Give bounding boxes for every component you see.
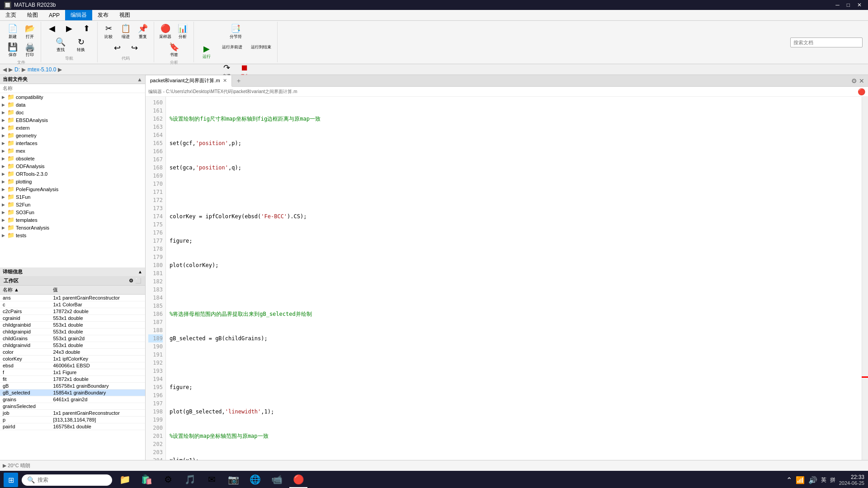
taskbar-app-store[interactable]: 🛍️ — [137, 472, 156, 488]
taskbar-app-matlab[interactable]: 🔴 — [289, 472, 307, 488]
new-button[interactable]: 📄 新建 — [5, 23, 21, 41]
redo-button[interactable]: ↪ — [126, 42, 142, 55]
var-row-gb[interactable]: gB 165758x1 grainBoundary — [0, 383, 145, 389]
tree-item-tensoranalysis[interactable]: ▶ 📁 TensorAnalysis — [0, 224, 145, 231]
tree-item-extern[interactable]: ▶ 📁 extern — [0, 124, 145, 131]
menu-home[interactable]: 主页 — [0, 10, 22, 20]
copy-button[interactable]: 📋缩进 — [118, 23, 134, 41]
taskbar-app-explorer[interactable]: 📁 — [116, 472, 134, 488]
tree-item-s2fun[interactable]: ▶ 📁 S2Fun — [0, 201, 145, 208]
var-row-childgrainpid[interactable]: childgrainpid 553x1 double — [0, 328, 145, 335]
var-row-c[interactable]: c 1x1 ColorBar — [0, 301, 145, 308]
tray-up-icon[interactable]: ⌃ — [786, 476, 792, 484]
new-tab-button[interactable]: ＋ — [232, 77, 245, 85]
detail-toggle-icon[interactable]: ▲ — [138, 269, 142, 274]
forward-button[interactable]: ▶ — [61, 23, 77, 35]
file-panel-collapse[interactable]: ▲ — [137, 76, 142, 83]
tray-network-icon[interactable]: 📶 — [796, 476, 805, 484]
menu-editor[interactable]: 编辑器 — [65, 10, 92, 20]
taskbar-app-video[interactable]: 📹 — [268, 472, 286, 488]
var-row-f[interactable]: f 1x1 Figure — [0, 369, 145, 376]
var-row-childgrainbid[interactable]: childgrainbid 553x1 double — [0, 322, 145, 328]
tray-lang-en[interactable]: 英 — [821, 476, 826, 484]
up-button[interactable]: ⬆ — [78, 23, 94, 35]
tree-item-geometry[interactable]: ▶ 📁 geometry — [0, 131, 145, 139]
var-row-ebsd[interactable]: ebsd 460066x1 EBSD — [0, 362, 145, 369]
var-row-cgrainid[interactable]: cgrainid 553x1 double — [0, 315, 145, 322]
code-editor[interactable]: %设置绘制的fig尺寸和map坐标轴到fig边框距离与原map一致 set(gc… — [166, 97, 862, 460]
minimize-button[interactable]: ─ — [833, 2, 842, 8]
var-row-gb-selected[interactable]: gB_selected 15854x1 grainBoundary — [0, 389, 145, 396]
run-button[interactable]: ▶ 运行 — [197, 43, 217, 61]
cut-button[interactable]: ✂比较 — [100, 23, 117, 41]
var-row-p[interactable]: p [313,138,1164,789] — [0, 417, 145, 423]
menu-view[interactable]: 视图 — [114, 10, 136, 20]
editor-settings-icon[interactable]: ⚙ — [851, 77, 857, 84]
editor-tab-main[interactable]: packet和variant之间界面计算.m ✕ — [146, 75, 232, 87]
tree-item-doc[interactable]: ▶ 📁 doc — [0, 108, 145, 116]
tree-item-ortools[interactable]: ▶ 📁 ORTools-2.3.0 — [0, 170, 145, 178]
doc-search-input[interactable] — [790, 38, 863, 47]
tree-item-obsolete[interactable]: ▶ 📁 obsolete — [0, 155, 145, 162]
var-row-job[interactable]: job 1x1 parentGrainReconstructor — [0, 410, 145, 417]
run-advance-button[interactable]: 运行并前进 — [218, 43, 245, 61]
taskbar-app-edge[interactable]: 🌐 — [246, 472, 264, 488]
open-button[interactable]: 📂 打开 — [22, 23, 38, 41]
tree-item-interfaces[interactable]: ▶ 📁 interfaces — [0, 139, 145, 147]
workspace-expand-icon[interactable]: ⬜ — [135, 278, 142, 284]
find-button[interactable]: 🔍 查找 — [49, 36, 72, 55]
workspace-settings-icon[interactable]: ⚙ — [129, 278, 133, 284]
tree-item-tests[interactable]: ▶ 📁 tests — [0, 231, 145, 239]
tree-item-polefigure[interactable]: ▶ 📁 PoleFigureAnalysis — [0, 185, 145, 193]
tree-item-plotting[interactable]: ▶ 📁 plotting — [0, 178, 145, 185]
taskbar-app-settings[interactable]: ⚙ — [159, 472, 177, 488]
run-to-end-button[interactable]: 运行到结束 — [247, 43, 274, 61]
var-row-childgrainvid[interactable]: childgrainvid 553x1 double — [0, 342, 145, 349]
undo-button[interactable]: ↩ — [109, 42, 125, 55]
tree-item-so3fun[interactable]: ▶ 📁 SO3Fun — [0, 208, 145, 216]
path-d-segment[interactable]: D: — [14, 66, 20, 73]
var-row-fit[interactable]: fit 17872x1 double — [0, 376, 145, 383]
editor-close-icon[interactable]: ✕ — [859, 77, 864, 84]
save-button[interactable]: 💾 保存 — [5, 41, 21, 60]
tray-sound-icon[interactable]: 🔊 — [808, 476, 817, 484]
path-back-icon[interactable]: ◀ — [3, 66, 7, 73]
detail-header[interactable]: 详细信息 ▲ — [0, 267, 145, 276]
tree-item-ebsdanalysis[interactable]: ▶ 📁 EBSDAnalysis — [0, 116, 145, 124]
taskbar-app-music[interactable]: 🎵 — [181, 472, 199, 488]
close-button[interactable]: ✕ — [854, 2, 864, 8]
bookmark-button[interactable]: 🔖书签 — [166, 41, 182, 60]
tree-item-mex[interactable]: ▶ 📁 mex — [0, 147, 145, 155]
menu-publish[interactable]: 发布 — [92, 10, 114, 20]
section-button[interactable]: 📑 分节符 — [226, 23, 245, 41]
var-row-grains[interactable]: grains 6461x1 grain2d — [0, 396, 145, 403]
maximize-button[interactable]: □ — [844, 2, 853, 8]
system-clock[interactable]: 22:33 2024-06-25 — [839, 474, 864, 486]
taskbar-app-camera[interactable]: 📷 — [224, 472, 242, 488]
scroll-markers[interactable] — [862, 97, 868, 460]
var-row-childgrains[interactable]: childGrains 553x1 grain2d — [0, 335, 145, 342]
tree-item-odfanalysis[interactable]: ▶ 📁 ODFAnalysis — [0, 162, 145, 170]
tab-close-icon[interactable]: ✕ — [223, 78, 227, 84]
breakpoint-button[interactable]: 🔴采样器 — [157, 23, 174, 41]
tray-lang-pinyin[interactable]: 拼 — [830, 476, 835, 484]
back-button[interactable]: ◀ — [44, 23, 60, 35]
var-row-grainsselected[interactable]: grainsSelected — [0, 403, 145, 410]
tree-item-data[interactable]: ▶ 📁 data — [0, 101, 145, 108]
menu-plot[interactable]: 绘图 — [22, 10, 43, 20]
var-row-c2cpairs[interactable]: c2cPairs 17872x2 double — [0, 308, 145, 315]
path-forward-icon[interactable]: ▶ — [9, 66, 13, 73]
analysis-button[interactable]: 📊分析 — [175, 23, 191, 41]
tree-item-compatibility[interactable]: ▶ 📁 compatibility — [0, 93, 145, 101]
var-row-color[interactable]: color 24x3 double — [0, 349, 145, 356]
var-row-pairid[interactable]: pairId 165758x1 double — [0, 423, 145, 430]
var-row-ans[interactable]: ans 1x1 parentGrainReconstructor — [0, 295, 145, 301]
convert-button[interactable]: ↻ 转换 — [73, 36, 89, 55]
tree-item-templates[interactable]: ▶ 📁 templates — [0, 216, 145, 224]
var-row-colorkey[interactable]: colorKey 1x1 ipfColorKey — [0, 356, 145, 362]
paste-button[interactable]: 📌重复 — [135, 23, 151, 41]
menu-app[interactable]: APP — [43, 10, 65, 20]
taskbar-search[interactable]: 🔍 搜索 — [22, 474, 112, 486]
taskbar-app-mail[interactable]: ✉ — [203, 472, 221, 488]
tree-item-s1fun[interactable]: ▶ 📁 S1Fun — [0, 193, 145, 201]
